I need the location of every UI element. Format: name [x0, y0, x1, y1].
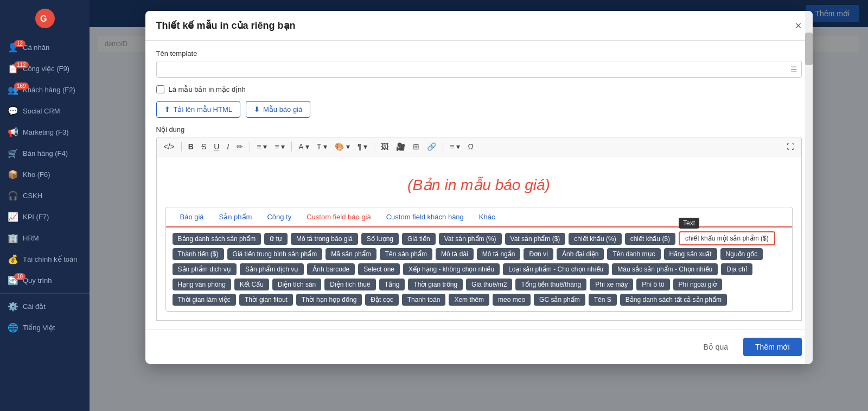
default-template-checkbox[interactable]	[156, 85, 164, 93]
toolbar-strikethrough[interactable]: S	[199, 141, 209, 153]
tag-tang[interactable]: Tầng	[379, 279, 405, 290]
toolbar-special-chars[interactable]: Ω	[465, 141, 476, 153]
toolbar-code[interactable]: </>	[161, 141, 177, 153]
tag-thoi-han-hd[interactable]: Thời hạn hợp đồng	[296, 294, 362, 306]
sidebar-item-kpi[interactable]: 📈 KPI (F7)	[0, 206, 90, 227]
tab-bao-gia[interactable]: Báo giá	[173, 207, 212, 227]
sidebar-item-tai-chinh[interactable]: 💰 Tài chính kế toán	[0, 249, 90, 270]
tag-meo-meo[interactable]: meo meo	[493, 294, 531, 306]
tag-chiet-khau-percent[interactable]: chiết khấu (%)	[569, 233, 621, 245]
tag-thanh-tien[interactable]: Thành tiền ($)	[173, 248, 224, 260]
tag-ten-s[interactable]: Tên S	[589, 294, 617, 306]
tag-don-vi[interactable]: Đơn vị	[524, 248, 553, 260]
toolbar-font[interactable]: A ▾	[296, 141, 311, 153]
toolbar-text-size[interactable]: T ▾	[314, 141, 330, 153]
toolbar-image[interactable]: 🖼	[378, 141, 391, 153]
tag-mo-ta-dai[interactable]: Mô tả dài	[436, 248, 474, 260]
tag-hang-sx[interactable]: Hãng sản xuất	[664, 248, 717, 260]
tag-gia-tien-tb[interactable]: Giá tiền trung bình sản phẩm	[227, 248, 323, 260]
tag-gia-thue-m2[interactable]: Giá thuê/m2	[466, 279, 512, 290]
tab-san-pham[interactable]: Sản phẩm	[212, 207, 260, 227]
tag-dien-tich-san[interactable]: Diện tích sàn	[272, 279, 321, 290]
tag-nguon-goc[interactable]: Nguồn gốc	[720, 248, 763, 260]
tag-dat-coc[interactable]: Đặt cọc	[365, 294, 398, 306]
sidebar-item-cskh[interactable]: 🎧 CSKH	[0, 185, 90, 206]
tab-khac[interactable]: Khác	[471, 207, 503, 227]
tag-xep-hang[interactable]: Xếp hạng - không chọn nhiều	[403, 263, 500, 275]
tag-anh-barcode[interactable]: Ảnh barcode	[307, 263, 355, 275]
sidebar-item-quy-trinh[interactable]: 10 🔄 Quy trình	[0, 270, 90, 291]
cancel-button[interactable]: Bỏ qua	[694, 338, 737, 356]
tag-mo-ta-bao-gia[interactable]: Mô tả trong báo giá	[291, 233, 358, 245]
tab-cong-ty[interactable]: Công ty	[259, 207, 299, 227]
tag-bang-tat-ca[interactable]: Bảng danh sách tất cả sản phẩm	[620, 294, 727, 306]
tag-loai-sp[interactable]: Loại sản phẩm - Cho chọn nhiều	[503, 263, 609, 275]
toolbar-bold[interactable]: B	[186, 141, 196, 153]
toolbar-italic[interactable]: I	[224, 141, 232, 153]
sidebar-item-social-crm[interactable]: 💬 Social CRM	[0, 100, 90, 122]
sidebar-item-cai-dat[interactable]: ⚙️ Cài đặt	[0, 296, 90, 317]
tag-chiet-khau-mot[interactable]: chiết khấu một sản phẩm ($)	[679, 231, 775, 245]
tag-thoi-gian-fitout[interactable]: Thời gian fitout	[239, 294, 293, 306]
sample-quote-button[interactable]: ⬇ Mẫu báo giá	[246, 101, 310, 118]
tag-select-one[interactable]: Select one	[358, 263, 400, 275]
sidebar-item-marketing[interactable]: 📢 Marketing (F3)	[0, 122, 90, 143]
tag-gc-sp[interactable]: GC sản phẩm	[534, 294, 585, 306]
modal-scrollbar[interactable]	[805, 11, 813, 364]
tag-hang-vp[interactable]: Hạng văn phòng	[173, 279, 231, 290]
tag-thanh-toan[interactable]: Thanh toán	[402, 294, 446, 306]
sidebar-item-ca-nhan[interactable]: 12 👤 Cá nhân	[0, 37, 90, 58]
toolbar-fullscreen[interactable]: ⛶	[784, 141, 797, 153]
sidebar-item-kho[interactable]: 📦 Kho (F6)	[0, 164, 90, 185]
tag-ma-sp[interactable]: Mã sản phẩm	[326, 248, 376, 260]
toolbar-bullet-list[interactable]: ≡ ▾	[254, 141, 270, 153]
sidebar-item-language[interactable]: 🌐 Tiếng Việt	[0, 317, 90, 338]
tag-phi-xe-may[interactable]: Phí xe máy	[590, 279, 633, 290]
tag-xem-them[interactable]: Xem thêm	[449, 294, 489, 306]
tag-ten-danh-muc[interactable]: Tên danh mục	[607, 248, 660, 260]
tag-so-luong[interactable]: Số lượng	[361, 233, 399, 245]
sidebar-item-hrm[interactable]: 🏢 HRM	[0, 227, 90, 249]
upload-html-button[interactable]: ⬆ Tải lên mẫu HTML	[156, 101, 240, 118]
template-name-input[interactable]	[156, 61, 802, 78]
tag-gia-tien[interactable]: Giá tiền	[402, 233, 436, 245]
tag-thoi-gian-trong[interactable]: Thời gian trống	[408, 279, 463, 290]
editor-content-area[interactable]: (Bản in mẫu báo giá) Báo giá Sản phẩm Cô…	[156, 156, 802, 321]
sidebar-item-cong-viec[interactable]: 112 📋 Công việc (F9)	[0, 58, 90, 79]
toolbar-video[interactable]: 🎥	[393, 141, 408, 153]
tab-custom-bao-gia[interactable]: Custom field báo giá	[299, 207, 379, 227]
toolbar-ordered-list[interactable]: ≡ ▾	[272, 141, 288, 153]
tag-dien-tich-thue[interactable]: Diện tích thuê	[324, 279, 375, 290]
toolbar-highlight[interactable]: ✏	[234, 141, 246, 153]
modal-dialog: Thiết kế mẫu in của riêng bạn × Tên temp…	[145, 11, 813, 364]
sidebar-item-khach-hang[interactable]: 169 👥 Khách hàng (F2)	[0, 79, 90, 100]
toolbar-underline[interactable]: U	[211, 141, 222, 153]
modal-close-button[interactable]: ×	[795, 20, 802, 31]
tag-sp-dich-vu-1[interactable]: Sản phẩm dịch vụ	[173, 263, 237, 275]
tag-tong-tien-thue[interactable]: Tổng tiền thuê/tháng	[515, 279, 586, 290]
tag-mau-sac[interactable]: Màu sắc sản phẩm - Chọn nhiều	[612, 263, 718, 275]
tag-u-tu[interactable]: ữ tự	[264, 233, 288, 245]
toolbar-link[interactable]: 🔗	[424, 141, 439, 153]
tag-sp-dich-vu-2[interactable]: Sản phẩm dịch vụ	[240, 263, 304, 275]
toolbar-paragraph[interactable]: ¶ ▾	[355, 141, 370, 153]
tab-custom-khach-hang[interactable]: Custom field khách hàng	[379, 207, 471, 227]
sidebar-item-ban-hang[interactable]: 🛒 Bán hàng (F4)	[0, 143, 90, 164]
scrollbar-thumb[interactable]	[805, 33, 813, 65]
tag-dia-chi[interactable]: Địa chỉ	[721, 263, 752, 275]
toolbar-color[interactable]: 🎨 ▾	[332, 141, 353, 153]
tag-chiet-khau-dollar[interactable]: chiết khấu ($)	[625, 233, 675, 245]
tag-thoi-gian-lv[interactable]: Thời gian làm việc	[173, 294, 236, 306]
tag-phi-o-to[interactable]: Phí ô tô	[636, 279, 669, 290]
tag-bang-danh-sach[interactable]: Bảng danh sách sản phẩm	[173, 233, 261, 245]
tag-ket-cau[interactable]: Kết Cấu	[234, 279, 269, 290]
tag-phi-ngoai-gio[interactable]: Phí ngoài giờ	[673, 279, 722, 290]
tag-vat-percent[interactable]: Vat sản phẩm (%)	[439, 233, 502, 245]
tag-ten-sp[interactable]: Tên sản phẩm	[380, 248, 432, 260]
toolbar-align[interactable]: ≡ ▾	[447, 141, 463, 153]
submit-button[interactable]: Thêm mới	[743, 338, 801, 356]
toolbar-table[interactable]: ⊞	[410, 141, 422, 153]
tag-anh-dai-dien[interactable]: Ảnh đại diện	[557, 248, 604, 260]
tag-mo-ta-ngan[interactable]: Mô tả ngắn	[477, 248, 521, 260]
tag-vat-dollar[interactable]: Vat sản phẩm ($)	[505, 233, 566, 245]
